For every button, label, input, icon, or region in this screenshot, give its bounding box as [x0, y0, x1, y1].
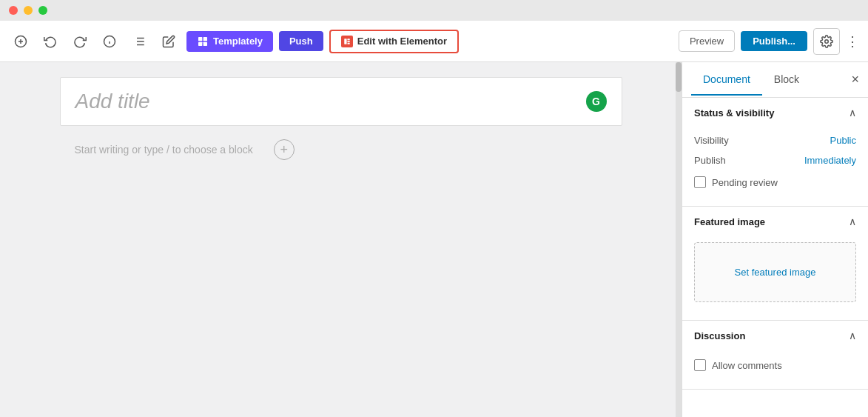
info-button[interactable]: [98, 30, 121, 53]
featured-image-header[interactable]: Featured image ∧: [682, 207, 868, 236]
edit-button[interactable]: [157, 30, 181, 53]
elementor-icon: [341, 36, 353, 47]
set-featured-image-button[interactable]: Set featured image: [694, 242, 856, 302]
visibility-row: Visibility Public: [694, 130, 856, 150]
edit-with-elementor-button[interactable]: Edit with Elementor: [329, 30, 459, 53]
svg-rect-19: [347, 43, 349, 44]
scroll-thumb[interactable]: [676, 62, 682, 92]
visibility-value[interactable]: Public: [830, 135, 856, 146]
editor-content: Add title G Start writing or type / to c…: [60, 77, 622, 161]
svg-rect-18: [347, 41, 349, 42]
panel-tabs: Document Block ×: [682, 62, 868, 98]
undo-button[interactable]: [38, 30, 62, 53]
featured-image-section: Featured image ∧ Set featured image: [682, 207, 868, 321]
more-options-button[interactable]: ⋮: [846, 33, 859, 50]
publish-value[interactable]: Immediately: [804, 155, 856, 166]
pending-review-label: Pending review: [712, 177, 778, 188]
publish-row: Publish Immediately: [694, 150, 856, 170]
status-visibility-section: Status & visibility ∧ Visibility Public …: [682, 98, 868, 207]
status-visibility-content: Visibility Public Publish Immediately Pe…: [682, 127, 868, 206]
featured-image-content: Set featured image: [682, 236, 868, 320]
title-block[interactable]: Add title G: [60, 77, 622, 126]
title-placeholder[interactable]: Add title: [75, 90, 586, 113]
main-layout: Add title G Start writing or type / to c…: [0, 62, 868, 417]
svg-rect-17: [347, 39, 349, 40]
allow-comments-row: Allow comments: [694, 353, 856, 377]
editor-area[interactable]: Add title G Start writing or type / to c…: [0, 62, 682, 417]
status-visibility-chevron-icon: ∧: [849, 107, 856, 119]
tab-block[interactable]: Block: [762, 64, 811, 96]
preview-button[interactable]: Preview: [679, 30, 735, 52]
scrollbar[interactable]: [676, 62, 682, 417]
svg-rect-12: [198, 37, 202, 41]
push-button[interactable]: Push: [279, 31, 323, 51]
discussion-header[interactable]: Discussion ∧: [682, 321, 868, 350]
pending-review-row: Pending review: [694, 170, 856, 194]
toolbar-right: Preview Publish... ⋮: [679, 28, 859, 55]
svg-rect-14: [198, 41, 202, 45]
toolbar: Templately Push Edit with Elementor Prev…: [0, 21, 868, 62]
svg-point-20: [825, 39, 829, 43]
allow-comments-label: Allow comments: [712, 360, 782, 371]
add-block-toolbar-button[interactable]: [9, 30, 33, 53]
writing-prompt: Start writing or type / to choose a bloc…: [60, 138, 268, 161]
redo-button[interactable]: [68, 30, 92, 53]
discussion-chevron-icon: ∧: [849, 330, 856, 341]
svg-rect-16: [344, 39, 346, 44]
publish-label: Publish: [694, 155, 726, 166]
toolbar-left: Templately Push Edit with Elementor: [9, 30, 673, 53]
status-visibility-header[interactable]: Status & visibility ∧: [682, 98, 868, 127]
templately-button[interactable]: Templately: [186, 31, 273, 52]
title-bar: [0, 0, 868, 21]
featured-image-title: Featured image: [694, 216, 765, 227]
visibility-label: Visibility: [694, 135, 729, 146]
tab-document[interactable]: Document: [691, 64, 762, 96]
publish-button[interactable]: Publish...: [741, 31, 807, 51]
svg-rect-15: [203, 41, 207, 45]
discussion-section: Discussion ∧ Allow comments: [682, 321, 868, 390]
close-button[interactable]: [9, 6, 18, 15]
allow-comments-checkbox[interactable]: [694, 359, 706, 371]
settings-button[interactable]: [813, 28, 840, 55]
panel-close-button[interactable]: ×: [851, 72, 859, 87]
pending-review-checkbox[interactable]: [694, 176, 706, 188]
panel-tabs-left: Document Block: [691, 64, 811, 96]
minimize-button[interactable]: [24, 6, 33, 15]
discussion-title: Discussion: [694, 330, 745, 341]
grammarly-icon: G: [586, 91, 607, 112]
svg-rect-13: [203, 37, 207, 41]
right-panel: Document Block × Status & visibility ∧ V…: [682, 62, 868, 417]
add-block-button[interactable]: +: [274, 139, 295, 160]
featured-image-chevron-icon: ∧: [849, 216, 856, 227]
list-view-button[interactable]: [127, 30, 151, 53]
writing-prompt-row: Start writing or type / to choose a bloc…: [60, 138, 622, 161]
discussion-content: Allow comments: [682, 350, 868, 389]
maximize-button[interactable]: [38, 6, 47, 15]
status-visibility-title: Status & visibility: [694, 107, 774, 119]
